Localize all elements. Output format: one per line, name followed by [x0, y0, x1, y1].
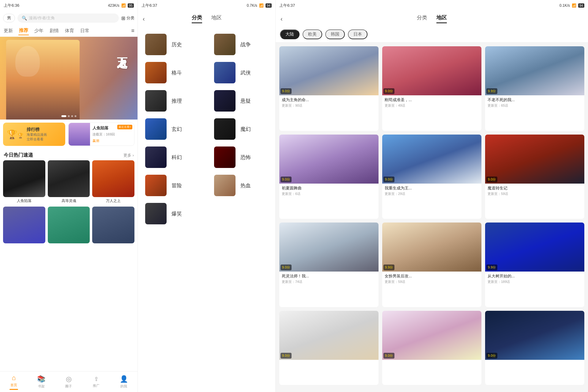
cat-item-magic[interactable]: 魔幻	[212, 117, 271, 141]
banner-dots	[61, 115, 76, 117]
region-manga-2[interactable]: 9.0分 刚苟成准圣，... 更新至：49话	[382, 46, 481, 131]
cat-status-bar: 上午6:37 0.7K/s 📶 94	[138, 0, 275, 11]
cat-item-reason[interactable]: 推理	[143, 89, 202, 113]
cat-item-comedy[interactable]: 爆笑	[143, 202, 202, 226]
reg-tab-region[interactable]: 地区	[436, 14, 447, 23]
region-manga-11[interactable]: 9.0分	[382, 311, 481, 385]
search-icon	[22, 16, 27, 21]
score-8: 9.9分	[383, 265, 394, 270]
manga-card-1[interactable]: 人鱼陷落	[3, 160, 45, 204]
region-manga-6[interactable]: 9.0分 魔道转生记 更新至：59话	[485, 135, 584, 219]
cat-thumb-hot	[214, 175, 236, 196]
promote-label: 推广	[93, 383, 100, 388]
cat-tab-category[interactable]: 分类	[192, 14, 202, 23]
filter-western[interactable]: 欧美	[303, 29, 322, 39]
tab-daily[interactable]: 日常	[80, 27, 90, 35]
search-input-area[interactable]: 漫画/作者/主角	[17, 13, 119, 23]
cat-label-comedy: 爆笑	[172, 210, 182, 217]
tab-update[interactable]: 更新	[3, 27, 13, 35]
reg-battery: 94	[578, 3, 584, 8]
region-panel: 上午6:37 0.1K/s 📶 94 ‹ 分类 地区 大陆 欧美 韩国 日本 9…	[276, 0, 588, 392]
manga-card-3[interactable]: 万人之上	[92, 160, 134, 204]
nav-community[interactable]: ◎ 圈子	[55, 373, 83, 390]
region-cover-12: 9.0分	[485, 311, 584, 360]
trophy-icon: 🏆	[7, 129, 24, 139]
region-manga-5[interactable]: 9.0分 我重生成为王... 更新至：29话	[382, 135, 481, 219]
nav-profile[interactable]: 👤 的我	[110, 373, 138, 390]
filter-mainland[interactable]: 大陆	[280, 29, 300, 39]
cat-back-button[interactable]: ‹	[143, 15, 145, 22]
tab-drama[interactable]: 剧情	[49, 27, 59, 35]
dot-2	[68, 115, 70, 117]
cat-item-scifi[interactable]: 科幻	[143, 145, 202, 169]
cat-item-war[interactable]: 战争	[212, 32, 271, 56]
gender-button[interactable]: 男	[3, 14, 15, 22]
cat-tab-region[interactable]: 地区	[211, 14, 222, 23]
classify-button[interactable]: ⊞ 分类	[121, 15, 134, 21]
community-icon: ◎	[66, 375, 72, 383]
cat-item-mystery[interactable]: 悬疑	[212, 89, 271, 113]
cat-thumb-xuan	[145, 118, 167, 140]
nav-home[interactable]: ⌂ 首页	[0, 372, 28, 392]
score-6: 9.0分	[486, 177, 497, 182]
region-manga-3[interactable]: 9.9分 不老不死的我... 更新至：65话	[485, 46, 584, 131]
today-hot-header: 今日热门速递 更多 ›	[0, 149, 138, 160]
tab-sports[interactable]: 体育	[64, 27, 75, 35]
region-cover-5: 9.0分	[382, 135, 481, 184]
region-manga-4[interactable]: 9.0分 初夏圆舞曲 更新至：6话	[279, 135, 379, 219]
manga-grid-1: 人鱼陷落 高等灵魂 万人之上	[0, 160, 138, 207]
cat-label-war: 战争	[240, 41, 251, 48]
manga-card-4[interactable]	[3, 207, 45, 245]
status-time: 上午6:36	[4, 3, 19, 8]
nav-promote[interactable]: ⇪ 推广	[82, 374, 110, 390]
region-update-7: 更新至：74话	[282, 280, 376, 284]
region-manga-10[interactable]: 9.0分	[279, 311, 379, 385]
cat-item-adv[interactable]: 冒险	[143, 173, 202, 197]
cat-left-col: 历史 格斗 推理 玄幻 科幻 冒险	[138, 29, 207, 229]
cat-item-fight[interactable]: 格斗	[143, 61, 202, 85]
cat-thumb-adv	[145, 175, 167, 196]
cat-battery: 94	[266, 3, 272, 8]
manga-card-6[interactable]	[92, 207, 134, 245]
region-update-6: 更新至：59话	[488, 192, 582, 196]
nav-shelf[interactable]: 📚 书架	[28, 373, 55, 390]
ranking-card[interactable]: 🏆 排行榜 海量精品漫画 立即去看看	[3, 123, 65, 146]
region-manga-9[interactable]: 9.9分 从大树开始的... 更新至：189话	[485, 223, 584, 307]
reg-tab-category[interactable]: 分类	[417, 14, 427, 23]
cat-thumb-hist	[145, 34, 167, 55]
reg-wifi-icon: 📶	[572, 3, 576, 8]
more-link[interactable]: 更多 ›	[123, 153, 134, 158]
cat-item-hist[interactable]: 历史	[143, 32, 202, 56]
manga-card-5[interactable]	[48, 207, 90, 245]
region-manga-8[interactable]: 9.9分 女扮男装后攻... 更新至：59话	[382, 223, 481, 307]
recent-card[interactable]: 人鱼陷落 连载至：169回 赢潮 最近在看>	[68, 123, 134, 146]
cat-status-speed: 0.7K/s	[247, 3, 257, 8]
region-cover-9: 9.9分	[485, 223, 584, 272]
nav-menu-icon[interactable]: ≡	[131, 28, 134, 34]
region-manga-12[interactable]: 9.0分	[485, 311, 584, 385]
dot-4	[74, 115, 76, 117]
manga-card-2[interactable]: 高等灵魂	[48, 160, 90, 204]
region-manga-1[interactable]: 9.0分 成为主角的命... 更新至：90话	[279, 46, 379, 131]
banner[interactable]: 万人之上	[0, 37, 138, 120]
reg-back-button[interactable]: ‹	[281, 15, 283, 22]
region-update-4: 更新至：6话	[282, 192, 376, 196]
cat-thumb-war	[214, 34, 236, 55]
tab-youth[interactable]: 少年	[34, 27, 44, 35]
tab-recommend[interactable]: 推荐	[18, 26, 29, 35]
region-update-3: 更新至：65话	[488, 103, 582, 108]
cat-thumb-comedy	[145, 203, 167, 224]
cat-item-xuan[interactable]: 玄幻	[143, 117, 202, 141]
ranking-sub1: 海量精品漫画	[27, 132, 47, 137]
banner-figure	[6, 40, 80, 120]
filter-korea[interactable]: 韩国	[325, 29, 345, 39]
cat-item-hot[interactable]: 热血	[212, 173, 271, 197]
cat-item-horror[interactable]: 恐怖	[212, 145, 271, 169]
region-filter: 大陆 欧美 韩国 日本	[276, 26, 588, 43]
search-bar: 男 漫画/作者/主角 ⊞ 分类	[0, 11, 138, 25]
filter-japan[interactable]: 日本	[348, 29, 368, 39]
region-manga-7[interactable]: 9.0分 死灵法师！我... 更新至：74话	[279, 223, 379, 307]
region-title-8: 女扮男装后攻...	[385, 273, 479, 279]
cat-label-xuan: 玄幻	[172, 126, 182, 133]
cat-item-wuxia[interactable]: 武侠	[212, 61, 271, 85]
